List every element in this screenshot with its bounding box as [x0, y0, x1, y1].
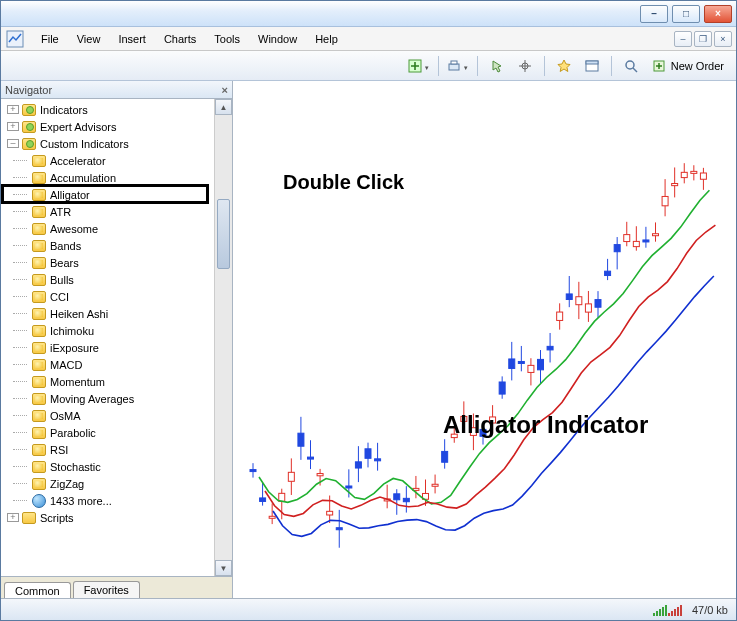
tree-label: Moving Averages — [50, 393, 134, 405]
svg-rect-28 — [336, 528, 342, 530]
tree-node-heiken-ashi[interactable]: Heiken Ashi — [5, 305, 214, 322]
navigator-tree[interactable]: + Indicators + Expert Advisors – Custom … — [1, 99, 214, 576]
tree-label: Heiken Ashi — [50, 308, 108, 320]
toolbar-print-button[interactable] — [446, 55, 470, 77]
toolbar-search-button[interactable] — [619, 55, 643, 77]
collapse-icon[interactable]: – — [7, 139, 19, 148]
tree-node-bears[interactable]: Bears — [5, 254, 214, 271]
expand-icon[interactable]: + — [7, 513, 19, 522]
tree-node-ichimoku[interactable]: Ichimoku — [5, 322, 214, 339]
menu-file[interactable]: File — [33, 31, 67, 47]
svg-rect-30 — [346, 486, 352, 488]
svg-rect-102 — [691, 171, 697, 173]
tree-node-alligator[interactable]: Alligator — [5, 186, 214, 203]
tree-node-rsi[interactable]: RSI — [5, 441, 214, 458]
navigator-titlebar: Navigator × — [1, 81, 232, 99]
toolbar-favorite-button[interactable] — [552, 55, 576, 77]
tree-node-momentum[interactable]: Momentum — [5, 373, 214, 390]
toolbar-cursor-button[interactable] — [485, 55, 509, 77]
tree-node-bulls[interactable]: Bulls — [5, 271, 214, 288]
main-area: Navigator × + Indicators + Expert Adviso… — [1, 81, 736, 598]
svg-rect-62 — [499, 382, 505, 394]
indicator-icon — [31, 306, 47, 322]
script-icon — [21, 510, 37, 526]
toolbar-crosshair-button[interactable] — [513, 55, 537, 77]
svg-rect-2 — [449, 64, 459, 70]
scroll-thumb[interactable] — [217, 199, 230, 269]
window-minimize-button[interactable]: – — [640, 5, 668, 23]
tree-label: Indicators — [40, 104, 88, 116]
tree-label: RSI — [50, 444, 68, 456]
tree-node-more[interactable]: 1433 more... — [5, 492, 214, 509]
app-window: – □ × File View Insert Charts Tools Wind… — [0, 0, 737, 621]
globe-icon — [31, 493, 47, 509]
scroll-down-icon[interactable]: ▼ — [215, 560, 232, 576]
tree-label: MACD — [50, 359, 82, 371]
window-titlebar: – □ × — [1, 1, 736, 27]
svg-rect-40 — [394, 494, 400, 500]
svg-rect-20 — [298, 433, 304, 446]
tree-node-iexposure[interactable]: iExposure — [5, 339, 214, 356]
menu-view[interactable]: View — [69, 31, 109, 47]
tree-label: Ichimoku — [50, 325, 94, 337]
menu-tools[interactable]: Tools — [206, 31, 248, 47]
tree-label: CCI — [50, 291, 69, 303]
svg-rect-70 — [538, 359, 544, 369]
svg-rect-64 — [509, 359, 515, 368]
tree-label: OsMA — [50, 410, 81, 422]
expand-icon[interactable]: + — [7, 105, 19, 114]
tree-node-cci[interactable]: CCI — [5, 288, 214, 305]
scroll-up-icon[interactable]: ▲ — [215, 99, 232, 115]
svg-rect-3 — [451, 61, 457, 64]
window-close-button[interactable]: × — [704, 5, 732, 23]
tree-node-moving-averages[interactable]: Moving Averages — [5, 390, 214, 407]
toolbar-add-button[interactable] — [407, 55, 431, 77]
tree-label: Momentum — [50, 376, 105, 388]
tree-node-atr[interactable]: ATR — [5, 203, 214, 220]
tree-node-indicators[interactable]: + Indicators — [5, 101, 214, 118]
indicator-icon — [31, 272, 47, 288]
tree-label: Accelerator — [50, 155, 106, 167]
tab-favorites[interactable]: Favorites — [73, 581, 140, 598]
tab-common[interactable]: Common — [4, 582, 71, 598]
tree-label: Bears — [50, 257, 79, 269]
window-maximize-button[interactable]: □ — [672, 5, 700, 23]
svg-rect-104 — [700, 173, 706, 179]
mdi-close-button[interactable]: × — [714, 31, 732, 47]
svg-rect-12 — [260, 498, 266, 502]
toolbar-panel-button[interactable] — [580, 55, 604, 77]
tree-node-custom-indicators[interactable]: – Custom Indicators — [5, 135, 214, 152]
indicator-icon — [31, 408, 47, 424]
tree-node-accumulation[interactable]: Accumulation — [5, 169, 214, 186]
navigator-scrollbar[interactable]: ▲ ▼ — [214, 99, 232, 576]
mdi-minimize-button[interactable]: – — [674, 31, 692, 47]
tree-node-macd[interactable]: MACD — [5, 356, 214, 373]
toolbar-separator — [544, 56, 545, 76]
tree-node-zigzag[interactable]: ZigZag — [5, 475, 214, 492]
navigator-close-button[interactable]: × — [222, 84, 228, 96]
menu-insert[interactable]: Insert — [110, 31, 154, 47]
menu-charts[interactable]: Charts — [156, 31, 204, 47]
mdi-restore-button[interactable]: ❐ — [694, 31, 712, 47]
menu-bar: File View Insert Charts Tools Window Hel… — [1, 27, 736, 51]
indicator-icon — [31, 170, 47, 186]
tree-node-parabolic[interactable]: Parabolic — [5, 424, 214, 441]
navigator-body: + Indicators + Expert Advisors – Custom … — [1, 99, 232, 576]
tree-node-expert-advisors[interactable]: + Expert Advisors — [5, 118, 214, 135]
svg-rect-90 — [633, 241, 639, 246]
menu-window[interactable]: Window — [250, 31, 305, 47]
tree-node-osma[interactable]: OsMA — [5, 407, 214, 424]
svg-rect-10 — [250, 470, 256, 472]
expand-icon[interactable]: + — [7, 122, 19, 131]
chart-area[interactable]: Double Click Alligator Indicator — [233, 81, 736, 598]
svg-rect-88 — [624, 235, 630, 242]
indicator-icon — [31, 153, 47, 169]
app-icon — [5, 29, 25, 49]
menu-help[interactable]: Help — [307, 31, 346, 47]
tree-node-awesome[interactable]: Awesome — [5, 220, 214, 237]
tree-node-accelerator[interactable]: Accelerator — [5, 152, 214, 169]
tree-node-stochastic[interactable]: Stochastic — [5, 458, 214, 475]
tree-node-scripts[interactable]: + Scripts — [5, 509, 214, 526]
toolbar-new-order-button[interactable]: New Order — [647, 55, 730, 77]
tree-node-bands[interactable]: Bands — [5, 237, 214, 254]
